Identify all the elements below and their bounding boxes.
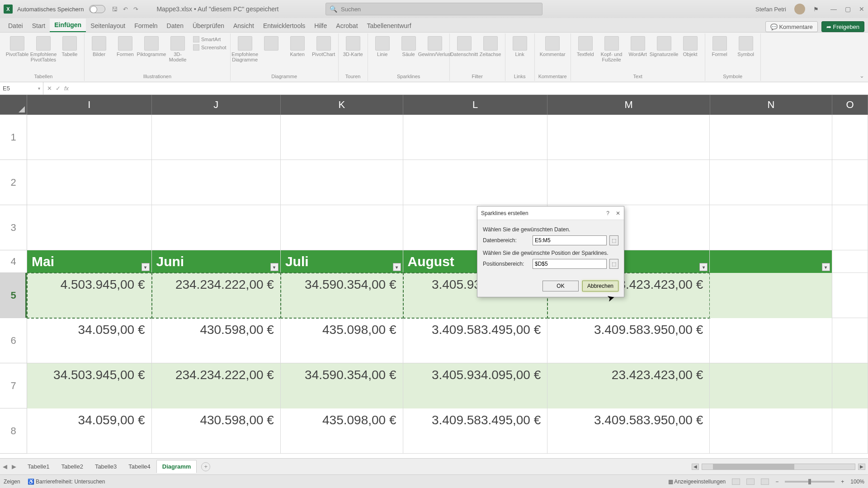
sheet-tab-tabelle3[interactable]: Tabelle3 (89, 460, 123, 473)
cell[interactable] (832, 250, 868, 273)
cancel-formula-icon[interactable]: ✕ (47, 85, 52, 92)
cell[interactable]: 23.423.423,00 € (547, 363, 710, 408)
cell[interactable] (27, 115, 152, 160)
ribbon-button[interactable]: Empfohlene Diagramme (234, 36, 256, 62)
cell[interactable]: Juli▾ (281, 250, 403, 273)
chevron-down-icon[interactable]: ▾ (38, 86, 40, 91)
cell[interactable]: 3.409.583.495,00 € (403, 318, 548, 363)
cell[interactable] (152, 205, 281, 250)
ribbon-button[interactable]: Kopf- und Fußzeile (601, 36, 623, 62)
display-settings[interactable]: ▦ Anzeigeeinstellungen (668, 479, 726, 485)
cell[interactable] (281, 160, 403, 205)
save-icon[interactable]: 🖫 (112, 6, 118, 13)
cell[interactable]: Juni▾ (152, 250, 281, 273)
cell[interactable] (832, 273, 868, 318)
ribbon-button[interactable]: Bilder (88, 36, 110, 57)
cell[interactable] (281, 205, 403, 250)
ribbon-small-button[interactable]: Screenshot (193, 44, 226, 51)
cell[interactable] (152, 115, 281, 160)
row-header-3[interactable]: 3 (0, 205, 27, 250)
ribbon-button[interactable]: Formel (709, 36, 731, 57)
sheet-tab-tabelle4[interactable]: Tabelle4 (123, 460, 156, 473)
cell[interactable]: 234.234.222,00 € (152, 273, 281, 318)
cell[interactable] (832, 205, 868, 250)
cell[interactable] (710, 160, 832, 205)
tab-hilfe[interactable]: Hilfe (310, 19, 331, 32)
ribbon-button[interactable] (260, 36, 282, 52)
accessibility-status[interactable]: ♿ Barrierefreiheit: Untersuchen (28, 479, 105, 485)
cell[interactable]: 34.059,00 € (27, 408, 152, 454)
scroll-left-icon[interactable]: ◀ (692, 464, 699, 470)
column-header-J[interactable]: J (152, 95, 281, 115)
cell[interactable] (710, 363, 832, 408)
cell[interactable] (710, 408, 832, 454)
cell[interactable]: 430.598,00 € (152, 318, 281, 363)
tab-start[interactable]: Start (28, 19, 50, 32)
column-header-O[interactable]: O (832, 95, 868, 115)
cell[interactable] (27, 160, 152, 205)
search-box[interactable]: 🔍 Suchen (326, 3, 542, 15)
filter-icon[interactable]: ▾ (822, 263, 830, 271)
dialog-close-icon[interactable]: ✕ (616, 210, 620, 216)
cell[interactable] (832, 363, 868, 408)
cell[interactable]: 430.598,00 € (152, 408, 281, 454)
cell[interactable] (547, 160, 710, 205)
undo-icon[interactable]: ↶ (123, 6, 128, 13)
position-range-input[interactable] (533, 259, 607, 269)
filter-icon[interactable]: ▾ (142, 263, 150, 271)
row-header-8[interactable]: 8 (0, 408, 27, 454)
enter-formula-icon[interactable]: ✓ (56, 85, 61, 92)
sheet-tab-diagramm[interactable]: Diagramm (156, 460, 197, 473)
cell[interactable] (710, 115, 832, 160)
data-range-input[interactable] (533, 235, 607, 245)
select-all-corner[interactable] (0, 95, 27, 115)
help-icon[interactable]: ? (606, 210, 609, 216)
comments-button[interactable]: 💬 Kommentare (765, 21, 818, 32)
name-box[interactable]: E5 ▾ (0, 82, 43, 94)
tab-tabellenentwurf[interactable]: Tabellenentwurf (363, 19, 416, 32)
row-header-6[interactable]: 6 (0, 318, 27, 363)
row-header-7[interactable]: 7 (0, 363, 27, 408)
cell[interactable] (832, 318, 868, 363)
ribbon-button[interactable]: Link (509, 36, 531, 57)
sheet-tab-tabelle2[interactable]: Tabelle2 (55, 460, 89, 473)
cell[interactable]: 3.409.583.950,00 € (547, 408, 710, 454)
tab-daten[interactable]: Daten (162, 19, 188, 32)
cell[interactable] (710, 273, 832, 318)
cell[interactable]: 435.098,00 € (281, 408, 403, 454)
range-picker-icon[interactable]: ⬚ (609, 235, 618, 245)
zoom-out-icon[interactable]: − (775, 479, 778, 485)
horizontal-scrollbar[interactable] (702, 464, 855, 470)
add-sheet-button[interactable]: + (201, 462, 210, 471)
cell[interactable] (710, 318, 832, 363)
cell[interactable]: ▾ (710, 250, 832, 273)
cell[interactable]: 234.234.222,00 € (152, 363, 281, 408)
cell[interactable]: 3.405.934.095,00 € (403, 363, 548, 408)
tab-überprüfen[interactable]: Überprüfen (188, 19, 229, 32)
tab-seitenlayout[interactable]: Seitenlayout (86, 19, 130, 32)
cell[interactable] (832, 160, 868, 205)
tab-formeln[interactable]: Formeln (130, 19, 162, 32)
zoom-in-icon[interactable]: + (841, 479, 844, 485)
sheet-tab-tabelle1[interactable]: Tabelle1 (22, 460, 55, 473)
notification-icon[interactable]: ⚑ (813, 6, 819, 13)
range-picker-icon[interactable]: ⬚ (609, 259, 618, 269)
cell[interactable]: 3.409.583.495,00 € (403, 408, 548, 454)
cell[interactable]: 34.590.354,00 € (281, 363, 403, 408)
maximize-icon[interactable]: ▢ (845, 5, 851, 13)
cell[interactable]: 34.590.354,00 € (281, 273, 403, 318)
page-layout-view-icon[interactable] (746, 479, 755, 485)
autosave-toggle[interactable]: Automatisches Speichern (17, 5, 105, 13)
close-icon[interactable]: ✕ (859, 5, 864, 13)
column-header-K[interactable]: K (281, 95, 403, 115)
ok-button[interactable]: OK (542, 281, 579, 291)
sheet-nav-prev-icon[interactable]: ◀ (3, 463, 7, 470)
cell[interactable] (710, 205, 832, 250)
ribbon-button[interactable]: Kommentar (542, 36, 563, 57)
cell[interactable] (281, 115, 403, 160)
row-header-1[interactable]: 1 (0, 115, 27, 160)
ribbon-button[interactable]: WordArt (627, 36, 649, 57)
tab-datei[interactable]: Datei (4, 19, 28, 32)
cell[interactable] (832, 115, 868, 160)
column-header-I[interactable]: I (27, 95, 152, 115)
